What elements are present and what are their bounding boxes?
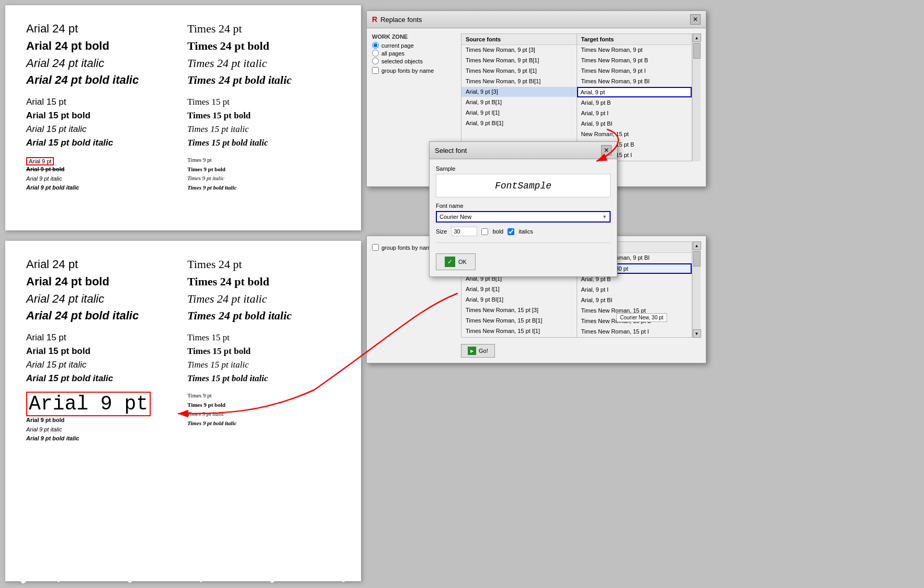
scroll-thumb-top[interactable] <box>693 43 701 59</box>
times9bi-line: Times 9 pt bold italic <box>187 184 338 192</box>
scroll-down-bottom[interactable]: ▼ <box>693 329 701 338</box>
arial9bi-line: Arial 9 pt bold italic <box>26 184 177 192</box>
times9-line: Times 9 pt <box>187 156 338 164</box>
tgt-row-4[interactable]: Arial, 9 pt <box>577 87 692 97</box>
top-doc-col2: Times 24 pt Times 24 pt bold Times 24 pt… <box>187 21 338 193</box>
times9b-line: Times 9 pt bold <box>187 165 338 173</box>
size-input[interactable] <box>451 227 477 236</box>
dialog-titlebar-top: R Replace fonts ✕ <box>367 11 706 28</box>
b-src-row-7[interactable]: Times New Roman, 15 pt I[1] <box>461 326 577 337</box>
ok-section: ✓ OK <box>436 242 611 270</box>
b-tgt-row-7[interactable]: Times New Roman, 15 pt I <box>577 327 692 337</box>
times24-line: Times 24 pt <box>187 21 338 37</box>
src-row-3[interactable]: Times New Roman, 9 pt BI[1] <box>461 76 577 87</box>
arial24i-line: Arial 24 pt italic <box>26 56 177 72</box>
select-font-title: Select font <box>435 147 467 154</box>
tgt-row-5[interactable]: Arial, 9 pt B <box>577 98 692 108</box>
dropdown-arrow: ▼ <box>602 214 607 219</box>
src-row-6[interactable]: Arial, 9 pt I[1] <box>461 108 577 118</box>
bottom-doc-col1: Arial 24 pt Arial 24 pt bold Arial 24 pt… <box>26 257 177 444</box>
times9i-line: Times 9 pt italic <box>187 174 338 182</box>
src-row-2[interactable]: Times New Roman, 9 pt I[1] <box>461 66 577 76</box>
courier-large-redbox: Arial 9 pt <box>26 392 151 416</box>
bottom-doc-col2: Times 24 pt Times 24 pt bold Times 24 pt… <box>187 257 338 444</box>
sample-label: Sample <box>436 165 611 172</box>
b-tgt-row-4[interactable]: Arial, 9 pt BI <box>577 295 692 306</box>
arial9i-line: Arial 9 pt italic <box>26 175 177 183</box>
radio-current-page[interactable]: current page <box>372 42 456 49</box>
group-fonts-checkbox-top[interactable]: group fonts by name <box>372 67 456 74</box>
b-times24bi-line: Times 24 pt bold italic <box>187 308 338 324</box>
scroll-thumb-bottom[interactable] <box>693 251 701 267</box>
font-name-dropdown[interactable]: Courier New ▼ <box>436 211 611 223</box>
b-arial24i-line: Arial 24 pt italic <box>26 291 177 307</box>
b-src-row-4[interactable]: Arial, 9 pt BI[1] <box>461 295 577 305</box>
src-row-5[interactable]: Arial, 9 pt B[1] <box>461 97 577 108</box>
ok-icon: ✓ <box>445 257 455 267</box>
arial15i-line: Arial 15 pt italic <box>26 123 177 136</box>
courier-tooltip: Courier New, 30 pt <box>616 313 667 322</box>
source-header: Source fonts <box>461 34 577 45</box>
tgt-row-0[interactable]: Times New Roman, 9 pt <box>577 45 692 56</box>
scroll-up-top[interactable]: ▲ <box>693 34 701 42</box>
arial9b-line: Arial 9 pt bold <box>26 165 177 173</box>
src-row-1[interactable]: Times New Roman, 9 pt B[1] <box>461 56 577 66</box>
font-name-label: Font name <box>436 203 611 209</box>
b-arial15b-line: Arial 15 pt bold <box>26 345 177 358</box>
select-font-titlebar: Select font ✕ <box>430 142 617 159</box>
b-src-row-5[interactable]: Times New Roman, 15 pt [3] <box>461 305 577 316</box>
select-font-body: Sample FontSample Font name Courier New … <box>430 159 617 276</box>
arial24-line: Arial 24 pt <box>26 21 177 37</box>
top-doc-col1: Arial 24 pt Arial 24 pt bold Arial 24 pt… <box>26 21 177 193</box>
arial9-redbox: Arial 9 pt <box>26 157 54 165</box>
dialog-icon-top: R <box>372 15 377 24</box>
italics-checkbox[interactable] <box>508 228 514 235</box>
scroll-up-bottom[interactable]: ▲ <box>693 241 701 250</box>
b-tgt-row-3[interactable]: Arial, 9 pt I <box>577 285 692 295</box>
tgt-row-6[interactable]: Arial, 9 pt I <box>577 108 692 119</box>
select-font-dialog: Select font ✕ Sample FontSample Font nam… <box>429 141 617 277</box>
b-times15b-line: Times 15 pt bold <box>187 345 338 358</box>
workzone-label: WORK ZONE <box>372 34 456 40</box>
tgt-row-3[interactable]: Times New Roman, 9 pt BI <box>577 76 692 87</box>
go-button-bottom[interactable]: ▶ Go! <box>461 344 495 358</box>
scrollbar-top[interactable]: ▲ <box>692 34 701 161</box>
src-row-0[interactable]: Times New Roman, 9 pt [3] <box>461 45 577 56</box>
b-arial15bi-line: Arial 15 pt bold italic <box>26 372 177 385</box>
b-arial24b-line: Arial 24 pt bold <box>26 274 177 290</box>
b-arial24bi-line: Arial 24 pt bold italic <box>26 308 177 324</box>
b-arial9b-line: Arial 9 pt bold <box>26 416 177 424</box>
bottom-document-page: Arial 24 pt Arial 24 pt bold Arial 24 pt… <box>5 241 361 581</box>
src-row-7[interactable]: Arial, 9 pt BI[1] <box>461 118 577 129</box>
src-row-8[interactable] <box>461 129 577 139</box>
times15bi-line: Times 15 pt bold italic <box>187 137 338 149</box>
times24bi-line: Times 24 pt bold italic <box>187 72 338 88</box>
b-src-row-3[interactable]: Arial, 9 pt I[1] <box>461 284 577 295</box>
tgt-row-7[interactable]: Arial, 9 pt BI <box>577 119 692 129</box>
arial24bi-line: Arial 24 pt bold italic <box>26 72 177 88</box>
b-src-row-6[interactable]: Times New Roman, 15 pt B[1] <box>461 316 577 326</box>
tgt-row-1[interactable]: Times New Roman, 9 pt B <box>577 56 692 66</box>
scrollbar-bottom[interactable]: ▲ ▼ <box>692 241 701 338</box>
arial15b-line: Arial 15 pt bold <box>26 109 177 122</box>
dialog-close-top[interactable]: ✕ <box>690 14 701 25</box>
tgt-row-8[interactable]: New Roman, 15 pt <box>577 129 692 140</box>
b-times9b-line: Times 9 pt bold <box>187 401 338 409</box>
go-section-bottom: ▶ Go! <box>461 341 701 358</box>
radio-selected-objects[interactable]: selected objects <box>372 58 456 64</box>
size-row: Size bold italics <box>436 227 611 236</box>
tgt-row-2[interactable]: Times New Roman, 9 pt I <box>577 66 692 76</box>
select-font-close[interactable]: ✕ <box>601 145 612 156</box>
arial15-line: Arial 15 pt <box>26 96 177 108</box>
radio-all-pages[interactable]: all pages <box>372 50 456 57</box>
bold-checkbox[interactable] <box>481 228 488 235</box>
ok-button[interactable]: ✓ OK <box>436 253 476 270</box>
times15i-line: Times 15 pt italic <box>187 123 338 136</box>
times24b-line: Times 24 pt bold <box>187 38 338 54</box>
b-times15bi-line: Times 15 pt bold italic <box>187 372 338 385</box>
b-arial9bi-line: Arial 9 pt bold italic <box>26 435 177 442</box>
b-arial9i-line: Arial 9 pt italic <box>26 426 177 434</box>
src-row-4[interactable]: Arial, 9 pt [3] <box>461 87 577 97</box>
target-header: Target fonts <box>577 34 692 45</box>
b-times9i-line: Times 9 pt italic <box>187 410 338 418</box>
